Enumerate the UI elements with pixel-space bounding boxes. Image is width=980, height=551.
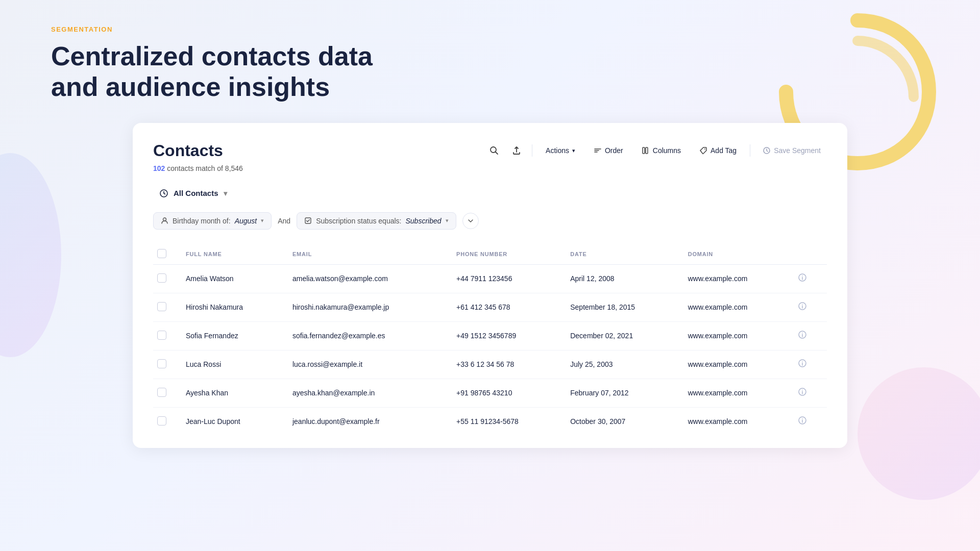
- row-checkbox[interactable]: [157, 359, 166, 368]
- search-icon: [489, 145, 499, 156]
- subscription-filter-chevron-icon: ▾: [446, 217, 449, 224]
- contacts-table: FULL NAME EMAIL PHONE NUMBER DATE DOMAIN…: [153, 244, 827, 436]
- cell-date: September 18, 2015: [562, 293, 679, 321]
- info-icon[interactable]: [798, 303, 807, 313]
- row-checkbox[interactable]: [157, 302, 166, 311]
- cell-email: sofia.fernandez@example.es: [284, 321, 448, 350]
- birthday-filter-tag[interactable]: Birthday month of: August ▾: [153, 212, 272, 230]
- svg-point-10: [163, 218, 166, 221]
- row-checkbox-cell: [153, 293, 178, 321]
- section-label: SEGMENTATION: [51, 26, 929, 33]
- info-icon[interactable]: [798, 388, 807, 398]
- row-checkbox-cell: [153, 379, 178, 407]
- cell-domain: www.example.com: [680, 264, 790, 293]
- chevron-down-icon: [467, 217, 474, 224]
- table-body: Amelia Watson amelia.watson@example.com …: [153, 264, 827, 436]
- row-checkbox-cell: [153, 407, 178, 436]
- cell-info: [790, 407, 827, 436]
- table-row: Amelia Watson amelia.watson@example.com …: [153, 264, 827, 293]
- table-row: Jean-Luc Dupont jeanluc.dupont@example.f…: [153, 407, 827, 436]
- toolbar: Actions ▾ Order: [485, 142, 827, 159]
- row-checkbox[interactable]: [157, 331, 166, 340]
- upload-icon: [511, 145, 522, 156]
- cell-date: February 07, 2012: [562, 379, 679, 407]
- actions-button[interactable]: Actions ▾: [538, 142, 582, 159]
- cell-email: hiroshi.nakamura@example.jp: [284, 293, 448, 321]
- info-icon[interactable]: [798, 360, 807, 370]
- cell-date: July 25, 2003: [562, 350, 679, 379]
- table-row: Hiroshi Nakamura hiroshi.nakamura@exampl…: [153, 293, 827, 321]
- info-icon[interactable]: [798, 331, 807, 341]
- svg-line-1: [496, 152, 498, 155]
- cell-date: December 02, 2021: [562, 321, 679, 350]
- cell-full-name: Jean-Luc Dupont: [178, 407, 284, 436]
- table-row: Ayesha Khan ayesha.khan@example.in +91 9…: [153, 379, 827, 407]
- row-checkbox[interactable]: [157, 273, 166, 283]
- svg-rect-5: [643, 147, 645, 154]
- cell-full-name: Amelia Watson: [178, 264, 284, 293]
- header-full-name: FULL NAME: [178, 244, 284, 265]
- cell-phone: +61 412 345 678: [448, 293, 562, 321]
- contacts-count: 102 contacts match of 8,546: [153, 164, 827, 172]
- contacts-filter-row: All Contacts ▾: [153, 185, 827, 202]
- count-text: contacts match of 8,546: [167, 164, 243, 172]
- order-icon: [594, 146, 602, 155]
- search-button[interactable]: [485, 142, 503, 159]
- columns-button[interactable]: Columns: [634, 142, 688, 159]
- save-segment-button[interactable]: Save Segment: [756, 142, 827, 159]
- svg-point-7: [704, 148, 705, 149]
- svg-point-14: [802, 275, 803, 276]
- actions-chevron-icon: ▾: [572, 147, 575, 154]
- cell-domain: www.example.com: [680, 379, 790, 407]
- filter-and-label: And: [278, 217, 290, 225]
- upload-button[interactable]: [507, 142, 526, 159]
- cell-info: [790, 321, 827, 350]
- cell-date: April 12, 2008: [562, 264, 679, 293]
- cell-phone: +55 11 91234-5678: [448, 407, 562, 436]
- clock-outline-icon: [159, 189, 168, 198]
- toolbar-divider-2: [750, 144, 750, 157]
- birthday-filter-value: August: [235, 217, 257, 225]
- page-title: Centralized contacts data and audience i…: [51, 41, 408, 103]
- cell-email: luca.rossi@example.it: [284, 350, 448, 379]
- contacts-title: Contacts: [153, 141, 223, 160]
- cell-domain: www.example.com: [680, 293, 790, 321]
- cell-info: [790, 379, 827, 407]
- row-checkbox[interactable]: [157, 416, 166, 425]
- svg-rect-11: [305, 218, 311, 223]
- filter-collapse-button[interactable]: [462, 213, 479, 229]
- all-contacts-chevron-icon: ▾: [224, 189, 227, 197]
- person-icon: [161, 217, 168, 224]
- subscription-filter-tag[interactable]: Subscription status equals: Subscribed ▾: [297, 212, 456, 230]
- cell-date: October 30, 2007: [562, 407, 679, 436]
- cell-full-name: Hiroshi Nakamura: [178, 293, 284, 321]
- cell-full-name: Luca Rossi: [178, 350, 284, 379]
- cell-phone: +49 1512 3456789: [448, 321, 562, 350]
- svg-rect-6: [646, 147, 648, 154]
- table-header: FULL NAME EMAIL PHONE NUMBER DATE DOMAIN: [153, 244, 827, 265]
- info-icon[interactable]: [798, 417, 807, 427]
- row-checkbox-cell: [153, 264, 178, 293]
- toolbar-divider-1: [532, 144, 532, 157]
- row-checkbox-cell: [153, 350, 178, 379]
- cell-info: [790, 293, 827, 321]
- subscription-filter-value: Subscribed: [405, 217, 441, 225]
- row-checkbox[interactable]: [157, 388, 166, 397]
- table-row: Sofia Fernandez sofia.fernandez@example.…: [153, 321, 827, 350]
- order-button[interactable]: Order: [586, 142, 630, 159]
- cell-email: ayesha.khan@example.in: [284, 379, 448, 407]
- cell-phone: +91 98765 43210: [448, 379, 562, 407]
- filter-row: Birthday month of: August ▾ And Subscrip…: [153, 212, 827, 230]
- header-domain: DOMAIN: [680, 244, 790, 265]
- columns-icon: [642, 146, 650, 155]
- header-checkbox-col: [153, 244, 178, 265]
- subscription-filter-label: Subscription status equals:: [316, 217, 401, 225]
- add-tag-button[interactable]: Add Tag: [692, 142, 744, 159]
- header-date: DATE: [562, 244, 679, 265]
- tag-icon: [699, 146, 707, 155]
- all-contacts-button[interactable]: All Contacts ▾: [153, 185, 233, 202]
- info-icon[interactable]: [798, 274, 807, 284]
- select-all-checkbox[interactable]: [157, 249, 166, 258]
- row-checkbox-cell: [153, 321, 178, 350]
- page-header: SEGMENTATION Centralized contacts data a…: [51, 26, 929, 103]
